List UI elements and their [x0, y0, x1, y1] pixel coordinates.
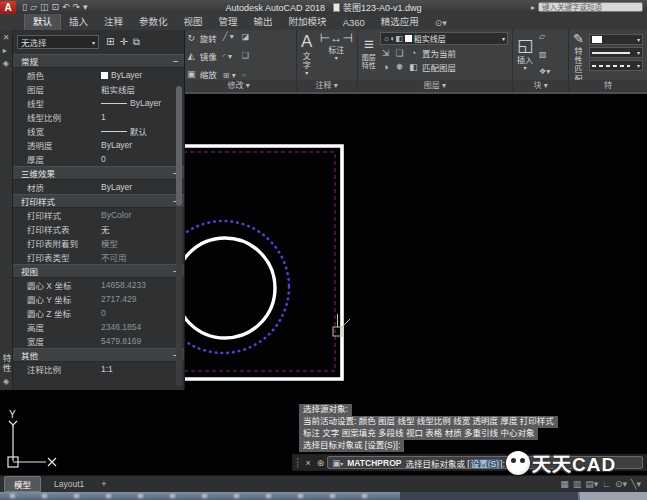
polar-tracking-icon[interactable]: ⊙▾: [615, 479, 627, 489]
set-current-layer-button[interactable]: ⇲❏◔ 置为当前: [380, 47, 508, 59]
palette-section-三维效果[interactable]: 三维效果–: [13, 166, 184, 180]
add-layout-button[interactable]: +: [97, 479, 110, 489]
erase-icon[interactable]: ◪: [242, 32, 250, 41]
grid-icon[interactable]: ▦: [560, 479, 569, 489]
color-dropdown[interactable]: ▾: [589, 34, 643, 45]
ribbon-tab-参数化[interactable]: 参数化: [131, 12, 176, 30]
property-row[interactable]: 圆心 X 坐标14658.4233: [13, 278, 184, 292]
palette-section-打印样式[interactable]: 打印样式–: [13, 194, 184, 208]
property-row[interactable]: 高度2346.1854: [13, 320, 184, 334]
layer-properties-button[interactable]: ≡ 图层特性: [362, 32, 376, 73]
redo-icon[interactable]: ↷: [72, 2, 80, 12]
ribbon-tab-输出[interactable]: 输出: [246, 12, 281, 30]
insert-block-button[interactable]: ◱ 插入 ▾: [517, 32, 533, 76]
copy-icon[interactable]: ❏: [242, 51, 250, 60]
lineweight-dropdown[interactable]: ▾: [589, 47, 643, 58]
snap-icon[interactable]: ▥: [573, 479, 582, 489]
trim-icon[interactable]: ╱ ▾: [223, 32, 236, 41]
palette-scrollbar[interactable]: [176, 86, 182, 386]
ribbon-tab-视图[interactable]: 视图: [176, 12, 211, 30]
save-icon[interactable]: ◫: [40, 2, 49, 12]
layer-dropdown[interactable]: ☼◐◧ 粗实线层 ▾: [380, 32, 508, 45]
selection-dropdown[interactable]: 无选择 ▾: [17, 35, 99, 49]
fillet-icon[interactable]: ◜ ▾: [223, 52, 236, 61]
modify-panel-label[interactable]: 修改 ▾: [182, 80, 296, 92]
recent-commands-icon[interactable]: ▣▾: [332, 458, 343, 468]
property-row[interactable]: 颜色ByLayer: [13, 68, 184, 82]
match-layer-button[interactable]: ◑❅◧ 匹配图层: [380, 61, 508, 73]
ribbon-tab-精选应用[interactable]: 精选应用: [373, 12, 427, 30]
ribbon-tab-管理[interactable]: 管理: [211, 12, 246, 30]
quick-select-icon[interactable]: ⧉: [133, 36, 140, 48]
property-row[interactable]: 线型ByLayer: [13, 96, 184, 110]
pickadd-toggle-icon[interactable]: ⊞: [106, 36, 114, 48]
line-sample: [101, 103, 127, 104]
tab-model[interactable]: 模型: [4, 476, 41, 492]
app-logo-icon[interactable]: A: [0, 1, 16, 14]
edit-attrib-icon[interactable]: ▨: [539, 50, 550, 59]
match-properties-button[interactable]: ✎ 特性 匹配: [573, 32, 584, 84]
rotate-button[interactable]: ↻旋转: [186, 32, 217, 44]
property-row[interactable]: 打印表附着到模型: [13, 236, 184, 250]
array-icon[interactable]: ⊞ ▾: [223, 71, 236, 80]
command-bar-grip[interactable]: ┊: [293, 458, 302, 468]
close-command-icon[interactable]: ×: [302, 458, 313, 468]
layers-panel-label[interactable]: 图层 ▾: [358, 80, 512, 92]
property-row[interactable]: 圆心 Z 坐标0: [13, 306, 184, 320]
prompt-option[interactable]: 设置(S): [470, 459, 500, 469]
collapse-icon[interactable]: –: [173, 56, 178, 66]
create-block-icon[interactable]: ▱: [539, 32, 550, 41]
isodraft-icon[interactable]: ╲▾: [631, 479, 641, 489]
ribbon-tab-插入[interactable]: 插入: [61, 12, 96, 30]
palette-gear-icon[interactable]: ◈: [3, 377, 9, 386]
close-icon[interactable]: ✕: [3, 33, 10, 42]
property-row[interactable]: 圆心 Y 坐标2717.429: [13, 292, 184, 306]
qat-dropdown-icon[interactable]: ▾: [83, 2, 88, 12]
property-row[interactable]: 厚度0: [13, 152, 184, 166]
property-row[interactable]: 透明度ByLayer: [13, 138, 184, 152]
ribbon-tab-注释[interactable]: 注释: [96, 12, 131, 30]
property-row[interactable]: 线型比例1: [13, 110, 184, 124]
palette-title-vertical[interactable]: 特性: [0, 354, 12, 373]
property-row[interactable]: 打印表类型不可用: [13, 250, 184, 264]
customize-wrench-icon[interactable]: ⊛: [314, 458, 328, 468]
property-row[interactable]: 材质ByLayer: [13, 180, 184, 194]
text-tool-button[interactable]: A 文字 ▾: [301, 32, 313, 77]
linetype-dropdown[interactable]: ▾: [589, 60, 643, 71]
select-objects-icon[interactable]: ✛: [119, 36, 127, 48]
property-value: ByLayer: [101, 70, 142, 80]
plot-icon[interactable]: ⊡: [51, 2, 59, 12]
property-row[interactable]: 图层粗实线层: [13, 82, 184, 96]
screenshot-camera-icon[interactable]: ⊙▾: [435, 18, 447, 30]
property-row[interactable]: 线宽默认: [13, 124, 184, 138]
property-row[interactable]: 宽度5479.8169: [13, 334, 184, 348]
dynamic-input-icon[interactable]: ▤▾: [585, 479, 598, 489]
properties-menu-icon[interactable]: ◈: [3, 59, 10, 68]
ribbon-tab-A360[interactable]: A360: [335, 15, 373, 30]
infocenter-caret-icon[interactable]: ▸: [531, 3, 535, 12]
ribbon-tab-附加模块[interactable]: 附加模块: [281, 12, 335, 30]
block-more-icon[interactable]: ❖▾: [539, 67, 550, 76]
dimension-tool-button[interactable]: ⊢↔⊣ 标注 ▾: [320, 32, 353, 62]
ortho-icon[interactable]: ∟: [602, 479, 611, 489]
property-row[interactable]: 注释比例1:1: [13, 362, 184, 376]
search-input[interactable]: 键入关键字或短语: [538, 2, 643, 12]
value-text: 模型: [101, 237, 118, 249]
tab-layout1[interactable]: Layout1: [45, 478, 93, 490]
mirror-button[interactable]: ◭镜像: [186, 50, 217, 62]
explode-icon[interactable]: ⌔: [242, 70, 250, 80]
autohide-icon[interactable]: ▸: [3, 46, 10, 55]
open-file-icon[interactable]: ▱: [30, 2, 37, 12]
palette-section-其他[interactable]: 其他–: [13, 348, 184, 362]
property-row[interactable]: 打印样式表无: [13, 222, 184, 236]
palette-section-视图[interactable]: 视图–: [13, 264, 184, 278]
properties-panel-label[interactable]: 特: [569, 80, 647, 92]
annotate-panel-label[interactable]: 注释 ▾: [297, 80, 357, 92]
property-label: 线型比例: [27, 111, 101, 123]
undo-icon[interactable]: ↶: [62, 2, 70, 12]
palette-section-常规[interactable]: 常规–: [13, 54, 184, 68]
property-row[interactable]: 打印样式ByColor: [13, 208, 184, 222]
block-panel-label[interactable]: 块 ▾: [513, 80, 568, 92]
new-file-icon[interactable]: ▯: [22, 2, 27, 12]
scale-button[interactable]: ▣缩放: [186, 68, 217, 80]
